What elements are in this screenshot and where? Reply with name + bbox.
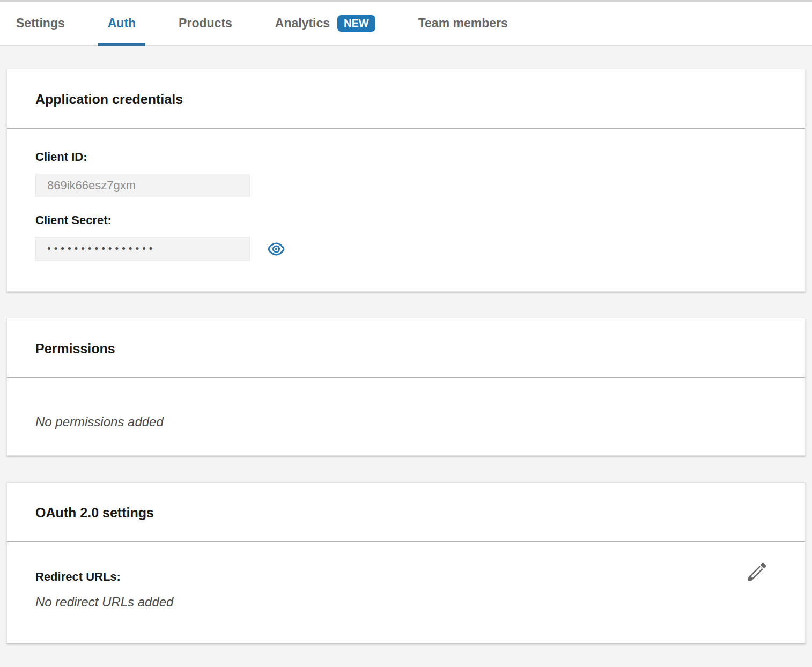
client-secret-row: •••••••••••••••• [35,237,805,261]
tab-auth-label: Auth [108,16,136,31]
redirect-urls-empty-text: No redirect URLs added [35,595,173,609]
oauth-settings-header: OAuth 2.0 settings [7,483,805,542]
tab-team-members-label: Team members [418,16,508,31]
permissions-title: Permissions [35,341,115,356]
client-secret-masked-value: •••••••••••••••• [35,237,250,261]
tab-settings[interactable]: Settings [6,2,75,45]
redirect-urls-label: Redirect URLs: [35,570,805,584]
client-id-label: Client ID: [35,150,805,164]
oauth-settings-card: OAuth 2.0 settings Redirect URLs: No red… [6,482,806,643]
tab-products[interactable]: Products [169,2,242,45]
permissions-empty-text: No permissions added [35,414,164,429]
active-tab-underline [98,43,145,46]
permissions-header: Permissions [7,318,805,378]
application-credentials-body: Client ID: 869ik66esz7gxm Client Secret:… [7,129,805,291]
tab-bar: Settings Auth Products Analytics NEW Tea… [0,0,812,46]
permissions-body: No permissions added [7,378,805,455]
application-credentials-header: Application credentials [7,69,805,129]
tab-analytics[interactable]: Analytics NEW [265,2,385,45]
client-id-value: 869ik66esz7gxm [35,174,250,197]
application-credentials-card: Application credentials Client ID: 869ik… [6,69,806,292]
main-content: Application credentials Client ID: 869ik… [0,46,812,643]
client-secret-label: Client Secret: [35,213,805,227]
permissions-card: Permissions No permissions added [6,318,806,456]
new-badge: NEW [337,15,375,32]
tab-products-label: Products [179,16,232,31]
tab-auth[interactable]: Auth [98,2,145,45]
tab-team-members[interactable]: Team members [409,2,518,45]
tab-analytics-label: Analytics [275,16,330,31]
pencil-icon [745,560,769,583]
oauth-settings-body: Redirect URLs: No redirect URLs added [7,542,805,643]
application-credentials-title: Application credentials [35,92,183,107]
edit-redirect-urls-button[interactable] [745,559,770,584]
reveal-secret-button[interactable] [268,241,285,256]
tab-settings-label: Settings [16,16,65,31]
oauth-settings-title: OAuth 2.0 settings [35,505,154,520]
eye-icon [268,242,285,256]
